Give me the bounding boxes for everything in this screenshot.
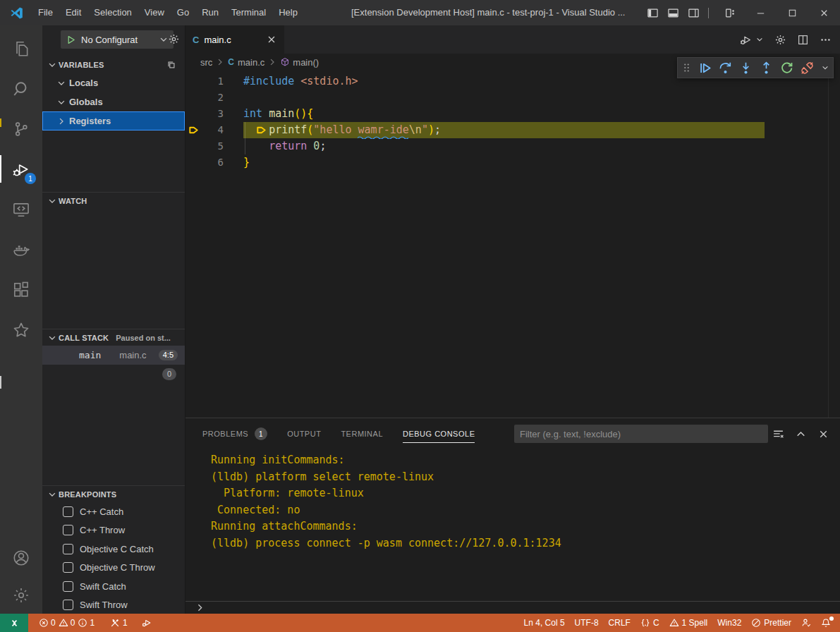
breakpoint-swift-catch[interactable]: Swift Catch [42,577,185,595]
panel-tab-problems[interactable]: PROBLEMS1 [202,418,267,449]
breakpoints-section-header[interactable]: BREAKPOINTS [42,485,185,502]
checkbox-unchecked[interactable] [63,525,73,535]
checkbox-unchecked[interactable] [63,562,73,573]
activity-favorites[interactable] [0,310,42,350]
token: "hello wamr-ide [313,123,408,136]
breadcrumb-item[interactable]: src [200,57,212,68]
console-line: (lldb) process connect -p wasm connect:/… [211,535,561,552]
close-icon[interactable] [817,428,829,440]
menu-view[interactable]: View [138,0,171,25]
debug-status-icon-item[interactable] [137,614,157,632]
breadcrumb-item[interactable]: main() [280,57,319,68]
disconnect-icon[interactable] [801,61,814,75]
step-over-icon[interactable] [719,61,732,75]
run-or-debug-icon[interactable] [740,34,752,46]
step-out-icon[interactable] [760,61,773,75]
checkbox-unchecked[interactable] [63,581,73,592]
activity-explorer[interactable] [0,28,42,68]
layout-customize-icon[interactable] [724,7,736,19]
continue-icon[interactable] [698,61,712,75]
activity-extensions[interactable] [0,269,42,310]
breakpoint-objective-c-throw[interactable]: Objective C Throw [42,559,185,577]
copy-value-icon[interactable] [166,60,176,70]
settings-icon[interactable] [774,34,786,46]
variables-section-header[interactable]: VARIABLES [42,56,185,73]
layout-sidebar-icon[interactable] [647,7,659,19]
status-platform[interactable]: Win32 [712,614,746,632]
status-encoding[interactable]: UTF-8 [570,614,604,632]
menu-terminal[interactable]: Terminal [225,0,272,25]
menu-edit[interactable]: Edit [59,0,87,25]
console-line: Running attachCommands: [211,518,561,535]
maximize-button[interactable] [777,0,808,25]
menu-go[interactable]: Go [171,0,195,25]
panel-tab-terminal[interactable]: TERMINAL [341,418,383,449]
panel-tab-debug-console[interactable]: DEBUG CONSOLE [403,418,475,449]
checkbox-unchecked[interactable] [63,544,73,554]
open-launch-json-gear-icon[interactable] [168,33,180,45]
restart-icon[interactable] [780,61,793,75]
activity-search[interactable] [0,68,42,109]
split-editor-icon[interactable] [797,34,809,46]
more-actions-icon[interactable] [820,34,832,46]
more-debug-actions-icon[interactable] [821,63,829,72]
line-number: 1 [207,73,224,90]
activity-docker[interactable] [0,229,42,269]
variables-scope-registers[interactable]: Registers [42,111,185,130]
menu-selection[interactable]: Selection [87,0,138,25]
code-text: } [243,154,250,171]
variables-scope-locals[interactable]: Locals [42,73,185,92]
problems-status[interactable]: 001 [34,614,99,632]
chevron-up-icon[interactable] [795,428,807,440]
menu-file[interactable]: File [32,0,59,25]
panel-tab-output[interactable]: OUTPUT [287,418,321,449]
layout-panel-icon[interactable] [667,7,679,19]
checkbox-unchecked[interactable] [63,506,73,517]
debug-configuration-dropdown[interactable]: No Configurat [61,30,174,49]
tools-status[interactable]: 1 [105,614,133,632]
status-cursor-position[interactable]: Ln 4, Col 5 [519,614,570,632]
menu-run[interactable]: Run [195,0,225,25]
remote-indicator[interactable] [0,614,28,632]
activity-accounts[interactable] [0,539,42,576]
tab-main-c[interactable]: C main.c [185,25,284,54]
call-stack-section-header[interactable]: CALL STACK Paused on st... [42,329,185,346]
activity-manage[interactable] [0,576,42,614]
status-spell-status[interactable]: 1 Spell [664,614,713,632]
clear-console-icon[interactable] [772,428,784,440]
debug-console-output[interactable]: Running initCommands:(lldb) platform sel… [211,452,561,552]
drag-handle-icon[interactable] [682,62,691,73]
status-feedback[interactable] [796,614,816,632]
variables-scope-globals[interactable]: Globals [42,92,185,111]
status-notifications[interactable] [816,614,836,632]
stack-frame-row[interactable]: main main.c 4:5 [42,346,185,365]
minimize-button[interactable] [745,0,777,25]
editor-scrollbar-track[interactable] [828,71,829,418]
breadcrumb-item[interactable]: Cmain.c [228,57,264,68]
watch-section-header[interactable]: WATCH [42,192,185,209]
start-debug-icon[interactable] [66,35,76,45]
close-button[interactable] [808,0,840,25]
status-prettier[interactable]: Prettier [746,614,796,632]
activity-remote-explorer[interactable] [0,189,42,229]
console-filter-input[interactable] [514,425,768,443]
status-language-mode[interactable]: C [635,614,664,632]
debug-console-input-row[interactable] [185,601,840,614]
activity-source-control[interactable] [0,109,42,149]
step-into-icon[interactable] [739,61,753,75]
checkbox-unchecked[interactable] [63,600,73,610]
breakpoint-c-throw[interactable]: C++ Throw [42,521,185,540]
activity-run-and-debug[interactable]: 1 [0,149,42,189]
layout-secondary-icon[interactable] [688,7,700,19]
breakpoint-swift-throw[interactable]: Swift Throw [42,596,185,614]
chevron-down-icon[interactable] [755,35,764,44]
breakpoint-c-catch[interactable]: C++ Catch [42,502,185,521]
breakpoint-objective-c-catch[interactable]: Objective C Catch [42,540,185,558]
problems-count-badge: 1 [255,427,267,440]
menu-help[interactable]: Help [272,0,304,25]
status-eol[interactable]: CRLF [604,614,635,632]
code-editor[interactable]: 1#include <stdio.h>23int main(){4 printf… [185,71,840,418]
warning-icon [59,618,68,628]
close-tab-icon[interactable] [266,34,277,45]
remote-icon [9,618,20,628]
